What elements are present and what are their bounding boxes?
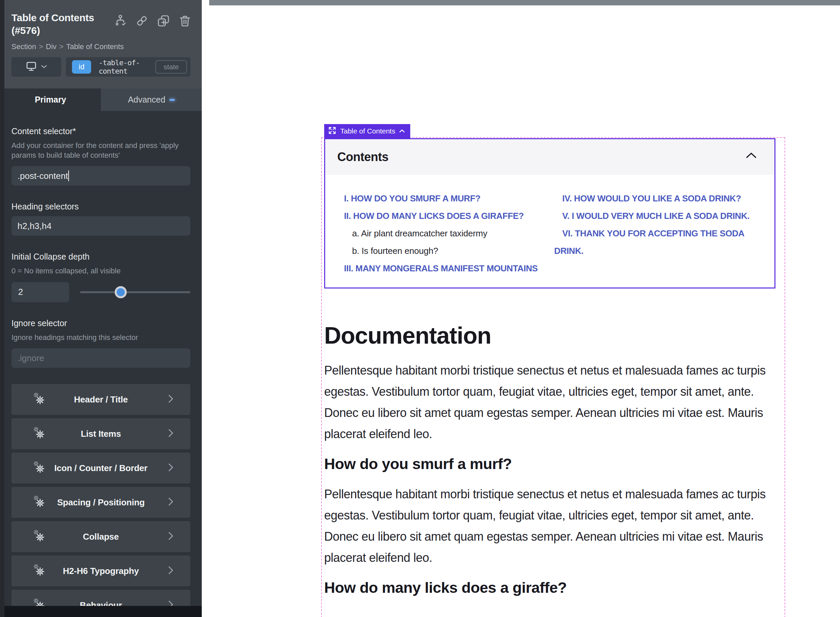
section-header-title[interactable]: Header / Title [12,384,190,415]
element-title: Table of Contents (#576) [12,12,123,37]
breadcrumb-section[interactable]: Section [12,42,36,51]
toc-title: Contents [337,150,388,164]
chevron-right-icon [168,463,174,473]
section-h2-h6-typography[interactable]: H2-H6 Typography [12,555,190,586]
panel-left-edge [0,0,4,617]
panel-content: Content selector* Add your container for… [0,111,202,617]
tab-primary[interactable]: Primary [0,89,101,111]
toc-link[interactable]: III. MANY MONGERALS MANIFEST MOUNTAINS [344,260,554,277]
duplicate-icon[interactable] [157,14,170,28]
toc-collapse-chevron-up-icon[interactable] [746,152,757,160]
element-tag-label: Table of Contents [340,127,395,135]
section-list-items[interactable]: List Items [12,418,190,449]
gears-icon [32,460,46,476]
header-toolbar [114,14,192,28]
id-badge[interactable]: id [72,60,91,74]
panel-tabs: Primary Advanced [0,89,202,111]
chevron-right-icon [168,394,174,404]
heading-selectors-input[interactable] [12,216,190,236]
toc-list: I. HOW DO YOU SMURF A MURF? II. HOW DO M… [325,175,774,277]
gears-icon [32,563,46,579]
toc-link[interactable]: I. HOW DO YOU SMURF A MURF? [344,190,554,207]
settings-accordion: Header / Title List Items [12,384,190,617]
toc-sublink[interactable]: a. Air plant dreamcatcher taxidermy [344,224,554,242]
panel-header: Table of Contents (#576) [0,0,202,89]
collapse-depth-slider[interactable] [80,282,190,302]
article-heading-2: How do many licks does a giraffe? [324,579,788,596]
collapse-depth-label: Initial Collapse depth [12,252,190,261]
toc-widget: Contents I. HOW DO YOU SMURF A MURF? II.… [324,138,775,288]
content-selector-help: Add your container for the content and p… [12,141,186,160]
chevron-right-icon [168,497,174,508]
id-value[interactable]: -table-of-content [99,59,155,75]
id-row: id -table-of-content state [12,57,190,77]
heading-selectors-group: Heading selectors [12,202,190,236]
collapse-depth-input[interactable] [12,282,69,302]
collapse-depth-group: Initial Collapse depth 0 = No items coll… [12,252,190,302]
monitor-icon [25,61,37,73]
toc-link[interactable]: V. I WOULD VERY MUCH LIKE A SODA DRINK. [554,207,756,224]
delete-icon[interactable] [178,14,192,28]
builder-window: Table of Contents (#576) [0,0,840,617]
tab-advanced[interactable]: Advanced [101,89,202,111]
toc-link[interactable]: II. HOW DO MANY LICKS DOES A GIRAFFE? [344,207,554,224]
ignore-selector-input[interactable] [12,348,190,368]
section-collapse[interactable]: Collapse [12,521,190,552]
post-content: Documentation Pellentesque habitant morb… [324,322,788,596]
article-heading-1: How do you smurf a murf? [324,455,788,473]
article-title: Documentation [324,322,788,349]
toc-column-left: I. HOW DO YOU SMURF A MURF? II. HOW DO M… [344,190,554,277]
content-selector-input[interactable]: .post-content [12,166,190,186]
toc-header[interactable]: Contents [325,139,774,175]
text-caret [68,170,69,181]
chevron-down-icon [41,64,47,70]
content-selector-group: Content selector* Add your container for… [12,127,190,186]
gears-icon [32,494,46,510]
editor-canvas: Table of Contents Contents I. HOW DO YOU… [202,0,840,617]
panel-footer-bar [0,606,202,617]
ignore-selector-label: Ignore selector [12,319,190,328]
toc-link[interactable]: VI. THANK YOU FOR ACCEPTING THE SODA DRI… [554,224,756,260]
gears-icon [32,392,46,407]
conditions-icon[interactable] [114,14,127,28]
slider-thumb[interactable] [115,286,127,298]
chevron-right-icon [168,566,174,576]
advanced-indicator [170,99,175,101]
device-selector[interactable] [12,57,61,77]
chevron-right-icon [168,429,174,439]
toc-column-right: IV. HOW WOULD YOU LIKE A SODA DRINK? V. … [554,190,756,277]
heading-selectors-label: Heading selectors [12,202,190,211]
link-icon[interactable] [135,14,149,28]
section-icon-counter-border[interactable]: Icon / Counter / Border [12,453,190,484]
slider-track [80,291,190,293]
article-paragraph: Pellentesque habitant morbi tristique se… [324,360,788,444]
breadcrumb: Section>Div>Table of Contents [12,42,190,51]
canvas-top-strip [209,0,840,5]
content-selector-label: Content selector* [12,127,190,136]
breadcrumb-div[interactable]: Div [46,42,56,51]
collapse-depth-help: 0 = No items collapsed, all visible [12,266,186,276]
toc-link[interactable]: IV. HOW WOULD YOU LIKE A SODA DRINK? [554,190,756,207]
gears-icon [32,529,46,545]
expand-icon [328,127,336,136]
element-id-field: id -table-of-content state [66,57,190,77]
section-spacing-positioning[interactable]: Spacing / Positioning [12,487,190,518]
gears-icon [32,426,46,441]
toc-sublink[interactable]: b. Is fourteen enough? [344,242,554,260]
article-paragraph: Pellentesque habitant morbi tristique se… [324,484,788,568]
element-tag[interactable]: Table of Contents [324,124,410,138]
state-button[interactable]: state [155,60,187,74]
ignore-selector-help: Ignore headings matching this selector [12,333,186,342]
settings-panel: Table of Contents (#576) [0,0,202,617]
chevron-up-icon[interactable] [399,128,405,134]
breadcrumb-element[interactable]: Table of Contents [66,42,124,51]
chevron-right-icon [168,531,174,542]
ignore-selector-group: Ignore selector Ignore headings matching… [12,319,190,368]
